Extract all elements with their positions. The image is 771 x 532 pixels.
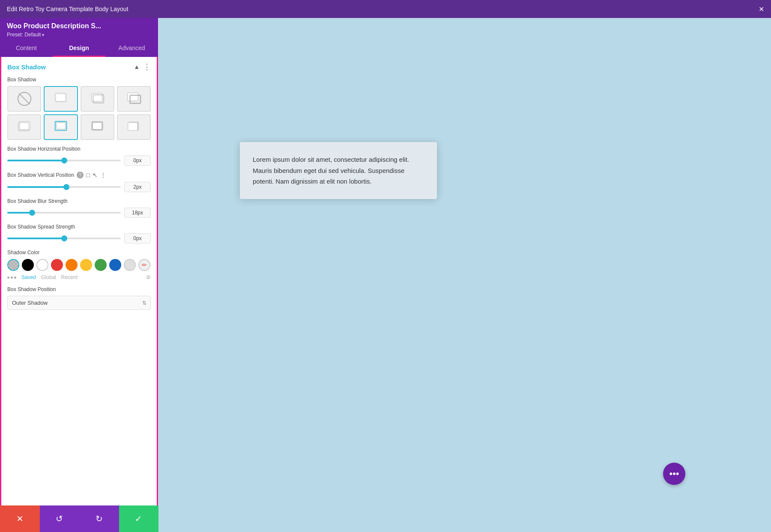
color-dot-3	[14, 276, 16, 279]
blur-strength-slider-row: 18px	[7, 208, 151, 218]
cancel-button[interactable]: ✕	[0, 505, 40, 532]
svg-rect-2	[55, 93, 66, 101]
color-tab-global[interactable]: Global	[41, 274, 56, 280]
horizontal-position-label: Box Shadow Horizontal Position	[7, 146, 151, 152]
shadow-style-grid	[7, 86, 151, 140]
section-menu-icon[interactable]: ⋮	[143, 63, 151, 71]
shadow-option-inset-light[interactable]	[44, 114, 78, 140]
shadow-option-bottom-left[interactable]	[7, 114, 41, 140]
panel-header: Woo Product Description S... Preset: Def…	[0, 18, 158, 40]
horizontal-position-track[interactable]	[7, 160, 121, 161]
color-swatch-orange[interactable]	[66, 259, 78, 271]
color-swatch-light-gray[interactable]	[124, 259, 136, 271]
section-controls: ▲ ⋮	[134, 63, 151, 71]
footer-toolbar: ✕ ↺ ↻ ✓	[0, 505, 158, 532]
color-swatch-picker[interactable]	[7, 259, 19, 271]
tab-design[interactable]: Design	[53, 40, 105, 57]
svg-rect-14	[128, 122, 139, 131]
canvas-area: Lorem ipsum dolor sit amet, consectetur …	[158, 18, 771, 532]
horizontal-position-slider-row: 0px	[7, 155, 151, 166]
horizontal-position-input[interactable]: 0px	[124, 155, 151, 166]
panel-content: Box Shadow ▲ ⋮ Box Shadow	[0, 57, 158, 532]
blur-strength-input[interactable]: 18px	[124, 208, 151, 218]
save-button[interactable]: ✓	[119, 505, 159, 532]
spread-strength-slider-row: 0px	[7, 233, 151, 244]
color-dot-1	[7, 276, 9, 279]
content-card-text: Lorem ipsum dolor sit amet, consectetur …	[253, 154, 424, 187]
panel-preset[interactable]: Preset: Default	[7, 32, 151, 38]
vertical-position-label: Box Shadow Vertical Position ? □ ↖ ⋮	[7, 172, 151, 178]
top-right-shadow-icon	[126, 119, 142, 135]
vertical-position-more-icon[interactable]: ⋮	[100, 172, 106, 178]
vertical-position-slider-row: 2px	[7, 182, 151, 192]
shadow-option-large-outer[interactable]	[117, 86, 151, 112]
title-bar-close-button[interactable]: ✕	[759, 5, 764, 13]
svg-rect-12	[92, 122, 103, 131]
section-collapse-icon[interactable]: ▲	[134, 63, 140, 70]
color-swatch-green[interactable]	[95, 259, 107, 271]
large-outer-shadow-icon	[126, 91, 142, 107]
shadow-option-light-outer[interactable]	[44, 86, 78, 112]
vertical-position-device-icon[interactable]: □	[86, 172, 90, 178]
tabs-bar: Content Design Advanced	[0, 40, 158, 57]
blur-strength-thumb[interactable]	[29, 210, 35, 216]
color-swatch-red[interactable]	[51, 259, 63, 271]
color-swatch-pencil[interactable]: ✏	[138, 259, 150, 271]
left-panel: Woo Product Description S... Preset: Def…	[0, 18, 158, 532]
shadow-option-medium-outer[interactable]	[81, 86, 114, 112]
color-more-dots[interactable]	[7, 274, 16, 280]
content-card: Lorem ipsum dolor sit amet, consectetur …	[240, 142, 437, 199]
vertical-position-input[interactable]: 2px	[124, 182, 151, 192]
color-gear-icon[interactable]: ⚙	[146, 274, 151, 280]
panel-title: Woo Product Description S...	[7, 22, 151, 30]
no-shadow-icon	[16, 91, 33, 107]
color-swatch-white[interactable]	[36, 259, 48, 271]
light-outer-shadow-icon	[53, 91, 69, 107]
vertical-position-track[interactable]	[7, 186, 121, 188]
color-swatch-blue[interactable]	[109, 259, 121, 271]
color-swatch-yellow[interactable]	[80, 259, 92, 271]
shadow-option-inset-medium[interactable]	[81, 114, 114, 140]
shadow-position-select[interactable]: Outer Shadow Inner Shadow	[7, 296, 151, 310]
main-layout: Woo Product Description S... Preset: Def…	[0, 18, 771, 532]
redo-button[interactable]: ↻	[79, 505, 119, 532]
section-title: Box Shadow	[7, 63, 46, 71]
inset-light-shadow-icon	[53, 119, 69, 135]
svg-line-1	[19, 94, 30, 104]
inset-medium-shadow-icon	[89, 119, 105, 135]
shadow-position-select-wrapper: Outer Shadow Inner Shadow	[7, 296, 151, 310]
color-tab-saved[interactable]: Saved	[21, 274, 36, 280]
spread-strength-label: Box Shadow Spread Strength	[7, 224, 151, 230]
horizontal-position-thumb[interactable]	[61, 158, 67, 163]
color-dot-2	[11, 276, 13, 279]
shadow-option-top-right[interactable]	[117, 114, 151, 140]
vertical-position-fill	[7, 186, 66, 188]
shadow-color-label: Shadow Color	[7, 250, 151, 256]
blur-strength-label: Box Shadow Blur Strength	[7, 198, 151, 204]
title-bar-text: Edit Retro Toy Camera Template Body Layo…	[7, 6, 128, 12]
fab-button[interactable]: •••	[663, 463, 685, 485]
spread-strength-track[interactable]	[7, 238, 121, 239]
blur-strength-fill	[7, 212, 32, 214]
color-swatch-black[interactable]	[22, 259, 34, 271]
color-swatches: ✏	[7, 259, 151, 271]
color-tab-recent[interactable]: Recent	[61, 274, 78, 280]
box-shadow-label: Box Shadow	[7, 77, 151, 83]
medium-outer-shadow-icon	[89, 91, 105, 107]
horizontal-position-fill	[7, 160, 64, 161]
shadow-position-label: Box Shadow Position	[7, 286, 151, 292]
blur-strength-track[interactable]	[7, 212, 121, 214]
shadow-option-none[interactable]	[7, 86, 41, 112]
tab-advanced[interactable]: Advanced	[105, 40, 158, 57]
spread-strength-input[interactable]: 0px	[124, 233, 151, 244]
svg-rect-6	[128, 93, 138, 101]
spread-strength-thumb[interactable]	[61, 235, 67, 241]
spread-strength-fill	[7, 238, 64, 239]
color-tabs-row: Saved Global Recent ⚙	[7, 274, 151, 280]
tab-content[interactable]: Content	[0, 40, 53, 57]
vertical-position-pointer-icon[interactable]: ↖	[93, 172, 98, 178]
vertical-position-help-icon[interactable]: ?	[77, 172, 84, 178]
bottom-left-shadow-icon	[16, 119, 33, 135]
undo-button[interactable]: ↺	[40, 505, 80, 532]
vertical-position-thumb[interactable]	[63, 184, 69, 190]
